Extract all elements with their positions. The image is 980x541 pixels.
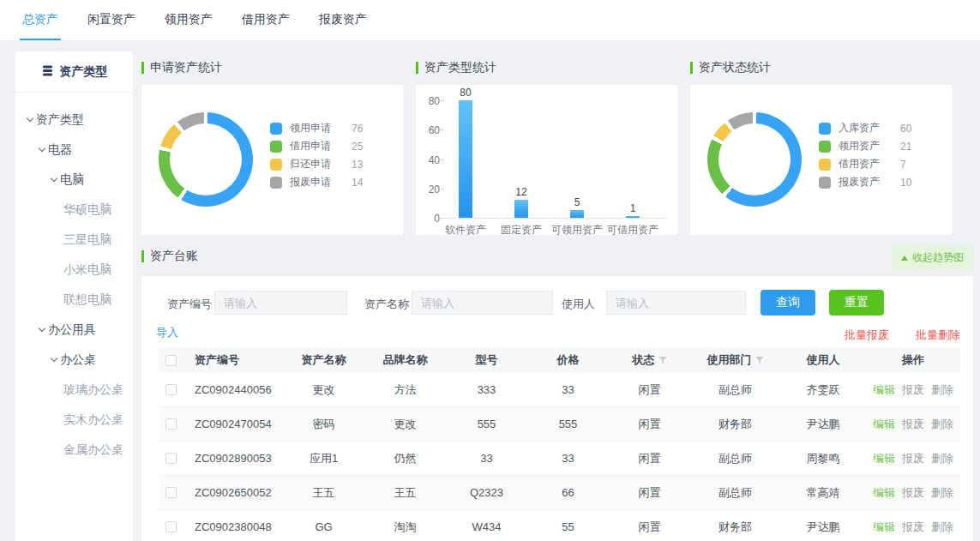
donut-hole [718, 123, 791, 195]
bar-0[interactable] [459, 100, 472, 218]
scrap-link[interactable]: 报废 [902, 418, 924, 430]
edit-link[interactable]: 编辑 [873, 520, 895, 533]
legend-item[interactable]: 报废申请14 [270, 173, 363, 191]
tree-node-label: 实木办公桌 [63, 412, 123, 426]
delete-link[interactable]: 删除 [931, 520, 953, 533]
bar-3[interactable] [626, 216, 640, 218]
collapse-trend-button[interactable]: 收起趋势图 [892, 245, 973, 270]
legend-item[interactable]: 报废资产10 [819, 173, 911, 191]
tree-node-4[interactable]: 三星电脑 [15, 225, 133, 255]
search-input-0[interactable] [214, 291, 347, 315]
search-input-2[interactable] [606, 291, 746, 315]
delete-link[interactable]: 删除 [931, 383, 953, 396]
table-row: ZC0902470054密码更改555555闲置财务部尹达鹏编辑报废删除 [159, 407, 960, 442]
cell-code: ZC0902440056 [183, 383, 283, 396]
tab-item-4[interactable]: 报废资产 [316, 0, 370, 40]
tree-node-label: 玻璃办公桌 [63, 382, 123, 396]
row-checkbox-cell [159, 384, 183, 395]
y-tick-mark [441, 189, 444, 189]
tree-node-9[interactable]: 玻璃办公桌 [15, 375, 133, 405]
edit-link[interactable]: 编辑 [873, 383, 895, 396]
delete-link[interactable]: 删除 [931, 418, 953, 430]
row-checkbox[interactable] [165, 418, 177, 430]
header-actions: 操作 [866, 352, 960, 368]
tab-item-3[interactable]: 借用资产 [239, 0, 292, 40]
ledger-header: 资产台账 收起趋势图 [141, 245, 973, 267]
cell-name: 密码 [283, 417, 364, 432]
select-all-checkbox[interactable] [165, 355, 177, 366]
title-accent-bar [141, 250, 144, 262]
row-checkbox[interactable] [165, 384, 177, 395]
legend-item[interactable]: 入库资产60 [819, 119, 911, 137]
edit-link[interactable]: 编辑 [873, 486, 895, 499]
tab-item-0[interactable]: 总资产 [20, 0, 61, 40]
filter-icon[interactable] [755, 356, 764, 364]
delete-link[interactable]: 删除 [931, 486, 953, 499]
tree-node-8[interactable]: 办公桌 [15, 345, 133, 375]
tab-item-1[interactable]: 闲置资产 [85, 0, 138, 40]
scrap-link[interactable]: 报废 [902, 383, 924, 396]
tree-node-3[interactable]: 华硕电脑 [15, 195, 133, 225]
cell-user: 齐雯跃 [780, 382, 866, 398]
tree-node-1[interactable]: 电器 [15, 135, 133, 165]
tree-node-0[interactable]: 资产类型 [15, 105, 133, 135]
search-input-1[interactable] [412, 291, 553, 315]
legend-item[interactable]: 领用资产21 [819, 137, 911, 155]
cell-name: 更改 [283, 382, 364, 398]
legend-value: 60 [900, 123, 911, 135]
row-checkbox[interactable] [165, 487, 177, 498]
tree-node-11[interactable]: 金属办公桌 [15, 435, 133, 465]
scrap-link[interactable]: 报废 [902, 452, 924, 465]
legend-item[interactable]: 归还申请13 [270, 155, 363, 173]
table-row: ZC0902380048GG淘淘W43455闲置财务部尹达鹏编辑报废删除 [159, 510, 960, 541]
cell-brand: 淘淘 [364, 520, 446, 535]
search-field-label-0: 资产编号 [167, 297, 212, 312]
bar-1[interactable] [514, 200, 528, 218]
bar-value-label: 12 [504, 186, 538, 198]
tree-node-5[interactable]: 小米电脑 [15, 255, 133, 285]
scrap-link[interactable]: 报废 [902, 520, 924, 533]
cell-brand: 更改 [364, 417, 446, 432]
cell-status: 闲置 [609, 417, 690, 432]
filter-icon[interactable] [658, 356, 667, 364]
type-bar-chart: 02040608080软件资产12固定资产5可领用资产1可借用资产 [416, 85, 677, 235]
legend-label: 领用资产 [839, 139, 892, 153]
cell-actions: 编辑报废删除 [866, 382, 960, 398]
legend-item[interactable]: 借用申请25 [270, 137, 363, 155]
scrap-link[interactable]: 报废 [902, 486, 924, 499]
batch-delete-link[interactable]: 批量删除 [916, 328, 960, 343]
edit-link[interactable]: 编辑 [873, 452, 895, 465]
cell-user: 常高靖 [780, 485, 866, 501]
cell-price: 33 [527, 383, 609, 396]
tree-node-10[interactable]: 实木办公桌 [15, 405, 133, 435]
x-category-label: 固定资产 [493, 223, 550, 235]
query-button[interactable]: 查询 [761, 290, 815, 316]
header-status[interactable]: 状态 [609, 352, 690, 368]
batch-scrap-link[interactable]: 批量报废 [845, 328, 889, 343]
tree-node-2[interactable]: 电脑 [15, 165, 133, 195]
chevron-down-icon [39, 325, 45, 332]
panel-status-title-text: 资产状态统计 [699, 60, 771, 75]
table-row: ZC0902890053应用1仍然3333闲置副总师周黎鸣编辑报废删除 [159, 442, 960, 476]
tree-node-6[interactable]: 联想电脑 [15, 285, 133, 315]
legend-label: 借用申请 [290, 139, 343, 153]
cell-user: 尹达鹏 [780, 520, 866, 535]
reset-button[interactable]: 重置 [829, 290, 884, 316]
edit-link[interactable]: 编辑 [873, 418, 895, 430]
tree-node-7[interactable]: 办公用具 [15, 315, 133, 345]
chevron-down-icon [39, 145, 45, 152]
legend-value: 7 [900, 159, 906, 171]
sidebar-header[interactable]: 资产类型 [15, 51, 133, 93]
legend-item[interactable]: 借用资产7 [819, 155, 911, 173]
row-checkbox[interactable] [165, 453, 177, 464]
delete-link[interactable]: 删除 [931, 452, 953, 465]
import-link[interactable]: 导入 [156, 325, 178, 340]
cell-price: 555 [527, 418, 609, 430]
legend-value: 13 [352, 159, 363, 171]
row-checkbox[interactable] [165, 521, 177, 532]
tab-item-2[interactable]: 领用资产 [162, 0, 215, 40]
header-dept[interactable]: 使用部门 [690, 352, 780, 368]
bar-2[interactable] [570, 210, 584, 218]
legend-item[interactable]: 领用申请76 [270, 119, 363, 137]
legend-swatch [270, 141, 282, 153]
